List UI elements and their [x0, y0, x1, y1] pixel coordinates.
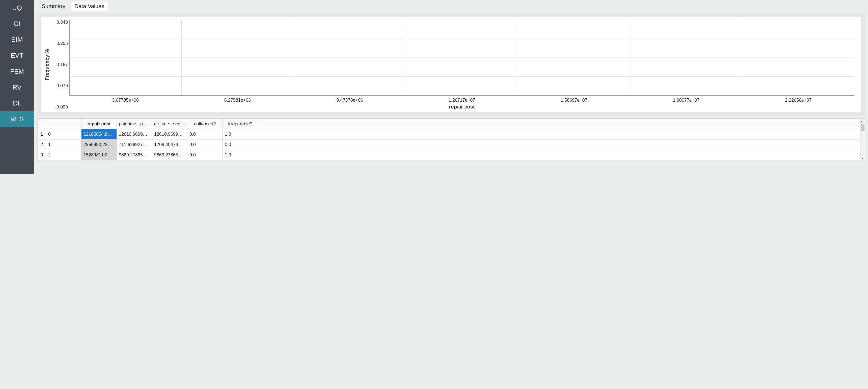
cell-tparal[interactable]: 711.62692700... [117, 140, 152, 150]
row-number[interactable]: 2 [38, 140, 46, 150]
column-header-idx[interactable] [46, 119, 82, 129]
app-root: UQGISIMEVTFEMRVDLRES SummaryData Values … [0, 0, 868, 174]
sidebar-item-gi[interactable]: GI [0, 16, 34, 32]
table-corner [38, 119, 46, 129]
cell-cost[interactable]: 15289811.087... [82, 150, 117, 160]
cell-tseq[interactable]: 9869.2786504... [152, 150, 187, 160]
data-table-container: repair costpair time - paralair time - s… [37, 118, 865, 160]
sidebar-nav: UQGISIMEVTFEMRVDLRES [0, 0, 34, 174]
table-header-row: repair costpair time - paralair time - s… [38, 119, 865, 129]
cell-tparal[interactable]: 12610.969989... [117, 129, 152, 140]
y-tick-label: 0.343 [57, 20, 68, 25]
column-header-filler [258, 119, 865, 129]
column-header-cost[interactable]: repair cost [82, 119, 117, 129]
plot-area[interactable] [69, 20, 855, 96]
cell-irr[interactable]: 1.0 [223, 129, 258, 140]
data-table[interactable]: repair costpair time - paralair time - s… [37, 119, 865, 160]
vertical-scrollbar[interactable]: ▴ ▾ [860, 119, 865, 160]
tab-data-values[interactable]: Data Values [71, 1, 108, 11]
x-tick-label: 2.22656e+07 [742, 96, 855, 103]
chart-panel: Frequency % 0.3430.2550.1670.079-0.009 3… [41, 17, 861, 112]
sidebar-item-evt[interactable]: EVT [0, 48, 34, 64]
y-axis-ticks: 0.3430.2550.1670.079-0.009 [50, 20, 69, 110]
cell-idx[interactable]: 0 [46, 129, 82, 140]
chart-area: Frequency % 0.3430.2550.1670.079-0.009 3… [44, 20, 855, 110]
cell-filler [258, 150, 865, 160]
y-tick-label: -0.009 [55, 104, 68, 110]
sidebar-item-dl[interactable]: DL [0, 95, 34, 111]
scroll-up-arrow[interactable]: ▴ [861, 119, 865, 131]
x-tick-label: 6.27581e+06 [182, 96, 294, 103]
row-number[interactable]: 1 [38, 129, 46, 140]
y-tick-label: 0.255 [57, 41, 68, 46]
column-header-tparal[interactable]: pair time - paral [117, 119, 152, 129]
x-tick-label: 1.58697e+07 [518, 96, 630, 103]
tab-summary[interactable]: Summary [38, 1, 69, 11]
y-tick-label: 0.079 [57, 83, 68, 89]
bar-series [70, 20, 855, 95]
column-header-tseq[interactable]: air time - sequen [152, 119, 187, 129]
column-header-col[interactable]: collapsed? [187, 119, 223, 129]
cell-col[interactable]: 0.0 [187, 140, 223, 150]
column-header-irr[interactable]: irreparable? [223, 119, 258, 129]
cell-tseq[interactable]: 12610.969989... [152, 129, 187, 140]
plot-column: 3.07785e+066.27581e+069.47378e+061.26717… [69, 20, 855, 110]
sidebar-item-res[interactable]: RES [0, 111, 34, 127]
x-tick-label: 9.47378e+06 [293, 96, 406, 103]
table-row[interactable]: 3215289811.087...9869.2786504...9869.278… [38, 150, 865, 160]
row-number[interactable]: 3 [38, 150, 46, 160]
x-tick-label: 1.90677e+07 [630, 96, 742, 103]
cell-idx[interactable]: 2 [46, 150, 82, 160]
cell-irr[interactable]: 0.0 [223, 140, 258, 150]
sidebar-item-rv[interactable]: RV [0, 80, 34, 95]
cell-filler [258, 140, 865, 150]
scroll-thumb[interactable] [861, 124, 865, 131]
sidebar-item-fem[interactable]: FEM [0, 64, 34, 80]
table-row[interactable]: 1012185854.881...12610.969989...12610.96… [38, 129, 865, 140]
scroll-down-arrow[interactable]: ▾ [862, 156, 863, 160]
chart-container: Frequency % 0.3430.2550.1670.079-0.009 3… [37, 13, 865, 116]
cell-col[interactable]: 0.0 [187, 150, 223, 160]
tab-bar: SummaryData Values [37, 0, 865, 11]
cell-cost[interactable]: 2350890.2228... [82, 140, 117, 150]
x-axis-label: repair cost [69, 103, 855, 110]
y-axis-label: Frequency % [44, 49, 50, 80]
sidebar-item-sim[interactable]: SIM [0, 32, 34, 48]
cell-cost[interactable]: 12185854.881... [82, 129, 117, 140]
y-axis-label-col: Frequency % [44, 20, 50, 110]
y-tick-label: 0.167 [57, 62, 68, 67]
cell-filler [258, 129, 865, 140]
x-tick-label: 1.26717e+07 [406, 96, 518, 103]
cell-irr[interactable]: 1.0 [223, 150, 258, 160]
cell-idx[interactable]: 1 [46, 140, 82, 150]
cell-col[interactable]: 0.0 [187, 129, 223, 140]
cell-tseq[interactable]: 1709.4047484... [152, 140, 187, 150]
table-row[interactable]: 212350890.2228...711.62692700...1709.404… [38, 140, 865, 150]
x-tick-label: 3.07785e+06 [69, 96, 182, 103]
sidebar-item-uq[interactable]: UQ [0, 0, 34, 16]
main-panel: SummaryData Values Frequency % 0.3430.25… [34, 0, 868, 174]
x-axis-ticks: 3.07785e+066.27581e+069.47378e+061.26717… [69, 96, 855, 103]
cell-tparal[interactable]: 9869.2786504... [117, 150, 152, 160]
